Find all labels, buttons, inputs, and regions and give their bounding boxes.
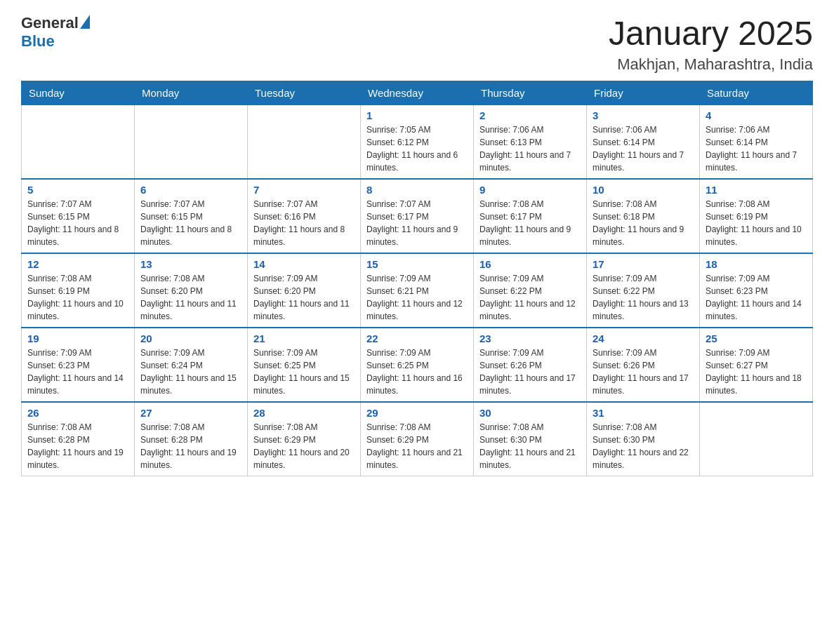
day-number: 27 (140, 407, 241, 419)
day-number: 30 (479, 407, 581, 419)
day-info: Sunrise: 7:09 AMSunset: 6:26 PMDaylight:… (593, 347, 694, 397)
header-cell-thursday: Thursday (474, 81, 587, 105)
day-info: Sunrise: 7:09 AMSunset: 6:21 PMDaylight:… (366, 272, 468, 323)
calendar-cell: 31Sunrise: 7:08 AMSunset: 6:30 PMDayligh… (587, 402, 700, 476)
calendar-cell: 11Sunrise: 7:08 AMSunset: 6:19 PMDayligh… (700, 179, 813, 253)
day-info: Sunrise: 7:05 AMSunset: 6:12 PMDaylight:… (366, 123, 468, 174)
day-number: 17 (593, 258, 694, 270)
day-number: 13 (140, 258, 241, 270)
day-number: 14 (253, 258, 355, 270)
calendar-table: SundayMondayTuesdayWednesdayThursdayFrid… (21, 81, 813, 476)
day-info: Sunrise: 7:07 AMSunset: 6:15 PMDaylight:… (27, 198, 128, 248)
day-number: 26 (27, 407, 128, 419)
calendar-cell: 2Sunrise: 7:06 AMSunset: 6:13 PMDaylight… (474, 105, 587, 180)
day-info: Sunrise: 7:06 AMSunset: 6:14 PMDaylight:… (706, 123, 807, 174)
title-block: January 2025 Makhjan, Maharashtra, India (609, 14, 813, 74)
calendar-cell: 4Sunrise: 7:06 AMSunset: 6:14 PMDaylight… (700, 105, 813, 180)
calendar-cell: 18Sunrise: 7:09 AMSunset: 6:23 PMDayligh… (700, 253, 813, 328)
calendar-cell: 8Sunrise: 7:07 AMSunset: 6:17 PMDaylight… (361, 179, 474, 253)
calendar-subtitle: Makhjan, Maharashtra, India (609, 55, 813, 74)
logo-text-blue: Blue (21, 32, 55, 50)
header-row: SundayMondayTuesdayWednesdayThursdayFrid… (22, 81, 813, 105)
week-row-4: 19Sunrise: 7:09 AMSunset: 6:23 PMDayligh… (22, 328, 813, 402)
calendar-cell (700, 402, 813, 476)
header-cell-tuesday: Tuesday (248, 81, 361, 105)
calendar-cell: 12Sunrise: 7:08 AMSunset: 6:19 PMDayligh… (22, 253, 135, 328)
calendar-body: 1Sunrise: 7:05 AMSunset: 6:12 PMDaylight… (22, 105, 813, 476)
day-number: 22 (366, 333, 468, 344)
day-number: 20 (140, 333, 241, 344)
day-number: 15 (366, 258, 468, 270)
day-number: 1 (366, 109, 468, 121)
day-number: 19 (27, 333, 128, 344)
page-header: General Blue January 2025 Makhjan, Mahar… (21, 14, 813, 74)
day-number: 5 (27, 184, 128, 196)
header-cell-monday: Monday (135, 81, 248, 105)
calendar-cell: 20Sunrise: 7:09 AMSunset: 6:24 PMDayligh… (135, 328, 248, 402)
day-number: 21 (253, 333, 355, 344)
day-number: 28 (253, 407, 355, 419)
day-number: 10 (593, 184, 694, 196)
day-number: 8 (366, 184, 468, 196)
calendar-cell: 14Sunrise: 7:09 AMSunset: 6:20 PMDayligh… (248, 253, 361, 328)
day-info: Sunrise: 7:09 AMSunset: 6:24 PMDaylight:… (140, 347, 241, 397)
day-info: Sunrise: 7:09 AMSunset: 6:23 PMDaylight:… (706, 272, 807, 323)
day-info: Sunrise: 7:08 AMSunset: 6:18 PMDaylight:… (593, 198, 694, 248)
day-info: Sunrise: 7:07 AMSunset: 6:17 PMDaylight:… (366, 198, 468, 248)
calendar-title: January 2025 (609, 14, 813, 53)
day-info: Sunrise: 7:09 AMSunset: 6:22 PMDaylight:… (479, 272, 581, 323)
header-cell-wednesday: Wednesday (361, 81, 474, 105)
day-number: 18 (706, 258, 807, 270)
calendar-cell (248, 105, 361, 180)
day-info: Sunrise: 7:08 AMSunset: 6:20 PMDaylight:… (140, 272, 241, 323)
day-number: 16 (479, 258, 581, 270)
day-number: 2 (479, 109, 581, 121)
calendar-cell: 22Sunrise: 7:09 AMSunset: 6:25 PMDayligh… (361, 328, 474, 402)
calendar-cell: 25Sunrise: 7:09 AMSunset: 6:27 PMDayligh… (700, 328, 813, 402)
day-info: Sunrise: 7:08 AMSunset: 6:28 PMDaylight:… (140, 421, 241, 471)
calendar-cell: 26Sunrise: 7:08 AMSunset: 6:28 PMDayligh… (22, 402, 135, 476)
calendar-cell: 3Sunrise: 7:06 AMSunset: 6:14 PMDaylight… (587, 105, 700, 180)
calendar-cell: 23Sunrise: 7:09 AMSunset: 6:26 PMDayligh… (474, 328, 587, 402)
week-row-2: 5Sunrise: 7:07 AMSunset: 6:15 PMDaylight… (22, 179, 813, 253)
day-number: 11 (706, 184, 807, 196)
day-info: Sunrise: 7:08 AMSunset: 6:19 PMDaylight:… (27, 272, 128, 323)
day-number: 7 (253, 184, 355, 196)
logo-text-general: General (21, 14, 79, 32)
day-info: Sunrise: 7:09 AMSunset: 6:25 PMDaylight:… (253, 347, 355, 397)
calendar-cell: 6Sunrise: 7:07 AMSunset: 6:15 PMDaylight… (135, 179, 248, 253)
day-number: 23 (479, 333, 581, 344)
calendar-cell: 7Sunrise: 7:07 AMSunset: 6:16 PMDaylight… (248, 179, 361, 253)
calendar-cell: 21Sunrise: 7:09 AMSunset: 6:25 PMDayligh… (248, 328, 361, 402)
day-info: Sunrise: 7:09 AMSunset: 6:22 PMDaylight:… (593, 272, 694, 323)
day-info: Sunrise: 7:08 AMSunset: 6:28 PMDaylight:… (27, 421, 128, 471)
day-number: 9 (479, 184, 581, 196)
day-number: 25 (706, 333, 807, 344)
calendar-cell: 28Sunrise: 7:08 AMSunset: 6:29 PMDayligh… (248, 402, 361, 476)
day-info: Sunrise: 7:09 AMSunset: 6:23 PMDaylight:… (27, 347, 128, 397)
day-number: 4 (706, 109, 807, 121)
calendar-cell: 27Sunrise: 7:08 AMSunset: 6:28 PMDayligh… (135, 402, 248, 476)
header-cell-sunday: Sunday (22, 81, 135, 105)
day-info: Sunrise: 7:06 AMSunset: 6:13 PMDaylight:… (479, 123, 581, 174)
calendar-cell: 24Sunrise: 7:09 AMSunset: 6:26 PMDayligh… (587, 328, 700, 402)
calendar-cell (135, 105, 248, 180)
day-number: 29 (366, 407, 468, 419)
day-info: Sunrise: 7:09 AMSunset: 6:20 PMDaylight:… (253, 272, 355, 323)
week-row-5: 26Sunrise: 7:08 AMSunset: 6:28 PMDayligh… (22, 402, 813, 476)
day-info: Sunrise: 7:08 AMSunset: 6:29 PMDaylight:… (253, 421, 355, 471)
calendar-cell: 10Sunrise: 7:08 AMSunset: 6:18 PMDayligh… (587, 179, 700, 253)
calendar-header: SundayMondayTuesdayWednesdayThursdayFrid… (22, 81, 813, 105)
calendar-cell: 1Sunrise: 7:05 AMSunset: 6:12 PMDaylight… (361, 105, 474, 180)
calendar-cell: 16Sunrise: 7:09 AMSunset: 6:22 PMDayligh… (474, 253, 587, 328)
day-info: Sunrise: 7:07 AMSunset: 6:15 PMDaylight:… (140, 198, 241, 248)
day-info: Sunrise: 7:08 AMSunset: 6:30 PMDaylight:… (479, 421, 581, 471)
calendar-cell: 13Sunrise: 7:08 AMSunset: 6:20 PMDayligh… (135, 253, 248, 328)
day-info: Sunrise: 7:09 AMSunset: 6:27 PMDaylight:… (706, 347, 807, 397)
calendar-cell: 17Sunrise: 7:09 AMSunset: 6:22 PMDayligh… (587, 253, 700, 328)
logo-triangle-icon (80, 15, 90, 29)
day-info: Sunrise: 7:09 AMSunset: 6:25 PMDaylight:… (366, 347, 468, 397)
calendar-cell: 19Sunrise: 7:09 AMSunset: 6:23 PMDayligh… (22, 328, 135, 402)
day-info: Sunrise: 7:09 AMSunset: 6:26 PMDaylight:… (479, 347, 581, 397)
week-row-1: 1Sunrise: 7:05 AMSunset: 6:12 PMDaylight… (22, 105, 813, 180)
